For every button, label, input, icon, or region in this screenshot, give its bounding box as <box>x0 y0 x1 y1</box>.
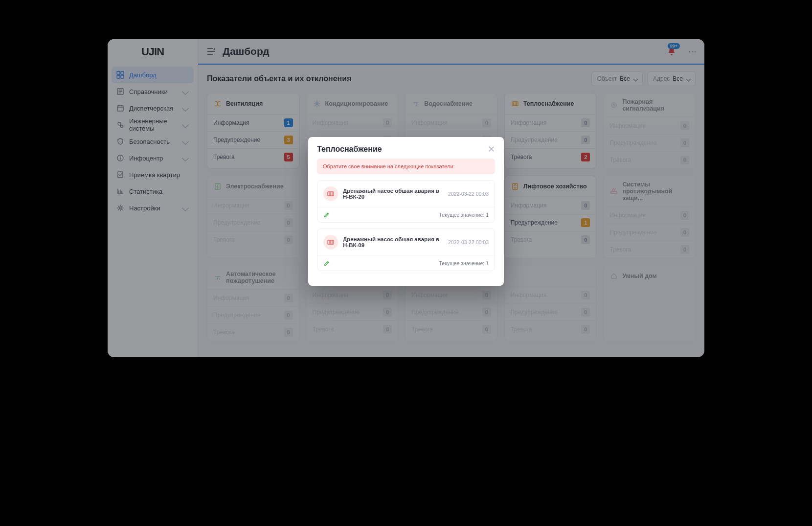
modal-title: Теплоснабжение <box>317 145 382 154</box>
alert-card[interactable]: Дренажный насос обшая авария в Н-ВК-0920… <box>317 229 495 271</box>
alert-timestamp: 2022-03-22 00:03 <box>448 239 489 245</box>
edit-icon[interactable] <box>323 260 330 267</box>
modal-alert-banner: Обратите свое внимание на следующие пока… <box>317 159 495 174</box>
app-window: UJIN ДашбордСправочникиДиспетчерскаяИнже… <box>108 39 704 357</box>
alert-current-value: Текущее значение: 1 <box>439 260 489 266</box>
edit-icon[interactable] <box>323 211 330 218</box>
alert-card[interactable]: Дренажный насос обшая авария в Н-ВК-2020… <box>317 180 495 223</box>
radiator-icon <box>323 235 338 250</box>
modal-overlay[interactable]: Теплоснабжение ✕ Обратите свое внимание … <box>108 39 704 357</box>
modal: Теплоснабжение ✕ Обратите свое внимание … <box>308 137 504 286</box>
modal-close-button[interactable]: ✕ <box>488 145 495 154</box>
alert-text: Дренажный насос обшая авария в Н-ВК-09 <box>343 236 443 248</box>
alert-current-value: Текущее значение: 1 <box>439 212 489 218</box>
alert-text: Дренажный насос обшая авария в Н-ВК-20 <box>343 188 443 200</box>
radiator-icon <box>323 186 338 201</box>
close-icon: ✕ <box>488 144 495 154</box>
alert-timestamp: 2022-03-22 00:03 <box>448 191 489 197</box>
